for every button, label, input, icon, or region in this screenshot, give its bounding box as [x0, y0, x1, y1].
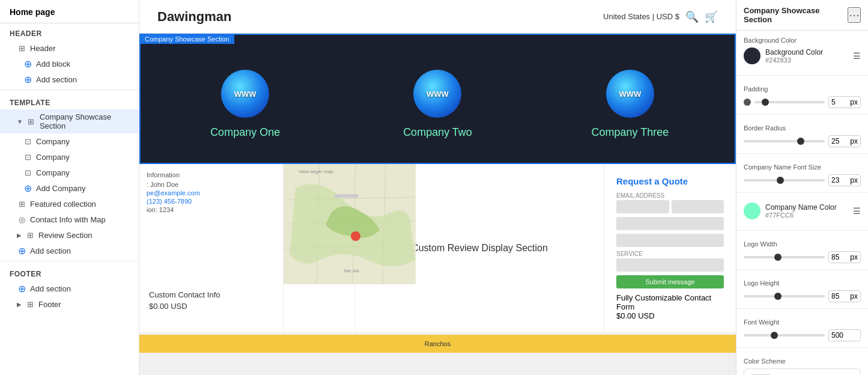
search-icon[interactable]: 🔍 [685, 10, 699, 23]
contact-info-code: ion: 1234 [147, 206, 276, 213]
add-company-btn[interactable]: ⊕ Add Company [0, 180, 139, 196]
sidebar-item-review[interactable]: ▶ ⊞ Review Section [0, 227, 139, 243]
bg-color-name: Background Color [765, 48, 848, 56]
add-section-template-btn[interactable]: ⊕ Add section [0, 243, 139, 258]
font-size-thumb[interactable] [777, 177, 784, 184]
border-radius-track[interactable] [744, 140, 825, 142]
contact-info-title: Custom Contact Info [149, 290, 273, 299]
logo-width-track[interactable] [744, 256, 825, 258]
company-1-label: Company [36, 137, 70, 146]
section-icon: ⊞ [17, 43, 26, 53]
name-color-hex: #77FCC6 [765, 212, 848, 219]
add-section-footer-btn[interactable]: ⊕ Add section [0, 281, 139, 296]
padding-slider-dot [744, 99, 751, 106]
font-size-track[interactable] [744, 179, 825, 181]
svg-text:San Joa: San Joa [344, 269, 359, 273]
logo-height-input[interactable]: 85 px [828, 290, 861, 302]
company-card-2[interactable]: Company Two [345, 52, 530, 151]
showcase-label: Company Showcase Section [140, 34, 234, 44]
plus-icon-3: ⊕ [23, 183, 32, 193]
store-header-right: United States | USD $ 🔍 🛒 [603, 10, 718, 23]
border-radius-value: 25 [831, 137, 839, 145]
logo-width-thumb[interactable] [774, 254, 782, 261]
name-color-swatch[interactable] [744, 203, 760, 219]
sidebar-item-footer[interactable]: ▶ ⊞ Footer [0, 296, 139, 312]
bg-color-edit-icon[interactable]: ☰ [853, 51, 861, 61]
right-panel: Company Showcase Section ⋯ Background Co… [736, 0, 868, 375]
logo-height-section: Logo Height 85 px [736, 273, 868, 305]
submit-button[interactable]: Submit message [616, 275, 724, 288]
font-weight-label: Font Weight [744, 319, 861, 326]
logo-height-track[interactable] [744, 295, 825, 297]
form-product-info: Fully Customizable Contact Form $0.00 US… [616, 293, 724, 320]
sidebar-item-company-3[interactable]: ⊡ Company [0, 165, 139, 180]
add-block-label: Add block [36, 59, 70, 69]
bottom-strip-text: Ranchos [425, 340, 451, 347]
sidebar-item-company-1[interactable]: ⊡ Company [0, 133, 139, 149]
logo-width-input[interactable]: 85 px [828, 251, 861, 263]
main-canvas: Dawingman United States | USD $ 🔍 🛒 Comp… [139, 0, 736, 375]
section-icon-2: ⊞ [26, 117, 36, 126]
email-label: EMAIL ADDRESS [616, 192, 724, 199]
sidebar-item-company-2[interactable]: ⊡ Company [0, 149, 139, 165]
company-showcase-label: Company Showcase Section [40, 112, 133, 130]
padding-section: Padding 5 px [736, 79, 868, 111]
sidebar-item-company-showcase[interactable]: ▼ ⊞ Company Showcase Section [0, 109, 139, 133]
padding-input[interactable]: 5 px [828, 96, 861, 108]
company-3-label: Company [36, 168, 70, 177]
border-radius-thumb[interactable] [797, 138, 804, 145]
rp-header: Company Showcase Section ⋯ [736, 0, 868, 31]
add-section-footer-label: Add section [30, 284, 71, 293]
font-size-slider-row: 23 px [744, 174, 861, 186]
padding-slider-track[interactable] [754, 101, 825, 103]
logo-height-label: Logo Height [744, 279, 861, 287]
font-size-section: Company Name Font Size 23 px [736, 157, 868, 189]
footer-label: Footer [38, 300, 61, 309]
company-card-3[interactable]: Company Three [538, 52, 723, 151]
border-radius-input[interactable]: 25 px [828, 135, 861, 147]
logo-height-thumb[interactable] [774, 293, 782, 300]
plus-icon-2: ⊕ [23, 75, 32, 84]
font-size-input[interactable]: 23 px [828, 174, 861, 186]
email-field-2 [672, 200, 724, 213]
company-cards: Company One Company Two Company Three [153, 47, 723, 151]
add-section-header-btn[interactable]: ⊕ Add section [0, 72, 139, 87]
chevron-down-icon: ▼ [17, 118, 23, 125]
bg-color-label: Background Color [744, 37, 861, 44]
company-card-1[interactable]: Company One [153, 52, 338, 151]
font-size-unit: px [850, 176, 858, 184]
font-weight-input[interactable]: 500 [828, 329, 861, 341]
sidebar-item-contact-info[interactable]: ◎ Contact Info with Map [0, 212, 139, 227]
svg-point-8 [351, 231, 360, 241]
cart-icon[interactable]: 🛒 [705, 10, 718, 23]
font-weight-track[interactable] [744, 334, 825, 337]
svg-rect-7 [335, 194, 359, 198]
logo-height-value: 85 [831, 292, 839, 300]
add-block-btn[interactable]: ⊕ Add block [0, 56, 139, 72]
sidebar-item-header[interactable]: ⊞ Header [0, 40, 139, 56]
padding-slider-thumb[interactable] [762, 99, 769, 106]
subsection-icon-2: ⊡ [23, 152, 32, 162]
add-company-label: Add Company [36, 184, 85, 193]
contact-info-product: Custom Contact Info $0.00 USD [139, 284, 283, 332]
name-color-edit-icon[interactable]: ☰ [853, 206, 861, 216]
font-weight-slider-row: 500 [744, 329, 861, 341]
sidebar-item-featured-collection[interactable]: ⊞ Featured collection [0, 196, 139, 212]
contact-info-phone: (123) 456-7890 [147, 198, 276, 205]
background-color-section: Background Color Background Color #24283… [736, 31, 868, 72]
bg-color-swatch[interactable] [744, 47, 760, 64]
left-sidebar: Home page Header ⊞ Header ⊕ Add block ⊕ … [0, 0, 139, 375]
company-3-name: Company Three [591, 126, 669, 139]
company-showcase-section[interactable]: Company Showcase Section Company One Com… [139, 34, 736, 164]
currency-selector[interactable]: United States | USD $ [603, 12, 679, 21]
more-button[interactable]: ⋯ [848, 7, 861, 23]
review-label: Review Section [38, 231, 93, 240]
logo-width-unit: px [850, 253, 858, 261]
contact-map-inner: Information : John Doe pe@example.com (1… [139, 164, 283, 284]
service-field [616, 258, 724, 272]
padding-unit: px [850, 98, 858, 106]
contact-form-block: Request a Quote EMAIL ADDRESS SERVICE Su… [604, 164, 736, 332]
contact-info-name: : John Doe [147, 181, 276, 188]
logo-height-unit: px [850, 292, 858, 300]
font-weight-thumb[interactable] [771, 332, 778, 339]
